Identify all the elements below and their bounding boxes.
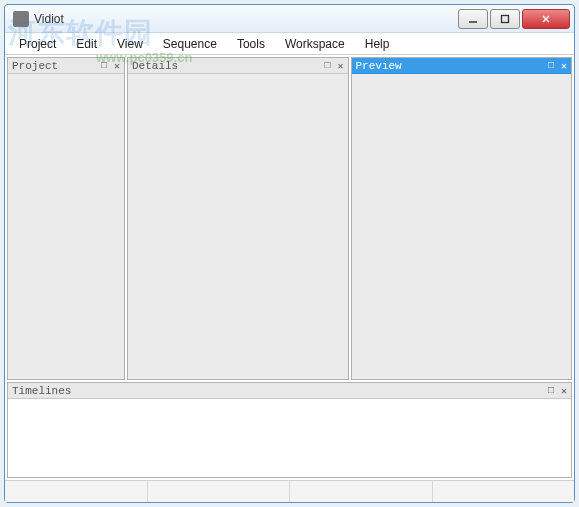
workspace: Project □ ✕ Details □ ✕	[5, 55, 574, 480]
maximize-icon	[500, 14, 510, 24]
menu-workspace[interactable]: Workspace	[275, 35, 355, 53]
preview-panel-title: Preview	[356, 60, 547, 72]
details-panel-body[interactable]	[128, 74, 348, 379]
close-button[interactable]	[522, 9, 570, 29]
menu-sequence[interactable]: Sequence	[153, 35, 227, 53]
details-panel-header[interactable]: Details □ ✕	[128, 58, 348, 74]
preview-panel-header[interactable]: Preview □ ✕	[352, 58, 572, 74]
preview-panel: Preview □ ✕	[351, 57, 573, 380]
project-panel-header[interactable]: Project □ ✕	[8, 58, 124, 74]
timelines-panel-title: Timelines	[12, 385, 546, 397]
details-panel-title: Details	[132, 60, 323, 72]
app-window: Vidiot Project Edit View Sequence Tools …	[4, 4, 575, 503]
titlebar: Vidiot	[5, 5, 574, 33]
timelines-panel-header[interactable]: Timelines □ ✕	[8, 383, 571, 399]
project-panel-body[interactable]	[8, 74, 124, 379]
menu-project[interactable]: Project	[9, 35, 66, 53]
svg-rect-1	[502, 15, 509, 22]
menu-edit[interactable]: Edit	[66, 35, 107, 53]
status-cell-1	[5, 481, 148, 502]
status-cell-2	[148, 481, 291, 502]
details-panel-close-icon[interactable]: ✕	[336, 61, 346, 71]
details-panel-restore-icon[interactable]: □	[323, 61, 333, 71]
project-panel: Project □ ✕	[7, 57, 125, 380]
timelines-panel-close-icon[interactable]: ✕	[559, 386, 569, 396]
menu-view[interactable]: View	[107, 35, 153, 53]
preview-panel-close-icon[interactable]: ✕	[559, 61, 569, 71]
menubar: Project Edit View Sequence Tools Workspa…	[5, 33, 574, 55]
window-controls	[458, 9, 570, 29]
preview-panel-restore-icon[interactable]: □	[546, 61, 556, 71]
maximize-button[interactable]	[490, 9, 520, 29]
preview-panel-body[interactable]	[352, 74, 572, 379]
details-panel: Details □ ✕	[127, 57, 349, 380]
menu-help[interactable]: Help	[355, 35, 400, 53]
app-icon	[13, 11, 29, 27]
status-cell-3	[290, 481, 433, 502]
status-cell-4	[433, 481, 575, 502]
timelines-panel: Timelines □ ✕	[7, 382, 572, 478]
close-icon	[541, 14, 551, 24]
project-panel-close-icon[interactable]: ✕	[112, 61, 122, 71]
window-title: Vidiot	[34, 12, 458, 26]
project-panel-title: Project	[12, 60, 99, 72]
minimize-button[interactable]	[458, 9, 488, 29]
statusbar	[5, 480, 574, 502]
top-panels-row: Project □ ✕ Details □ ✕	[7, 57, 572, 380]
minimize-icon	[468, 14, 478, 24]
timelines-panel-body[interactable]	[8, 399, 571, 477]
menu-tools[interactable]: Tools	[227, 35, 275, 53]
project-panel-restore-icon[interactable]: □	[99, 61, 109, 71]
timelines-panel-restore-icon[interactable]: □	[546, 386, 556, 396]
